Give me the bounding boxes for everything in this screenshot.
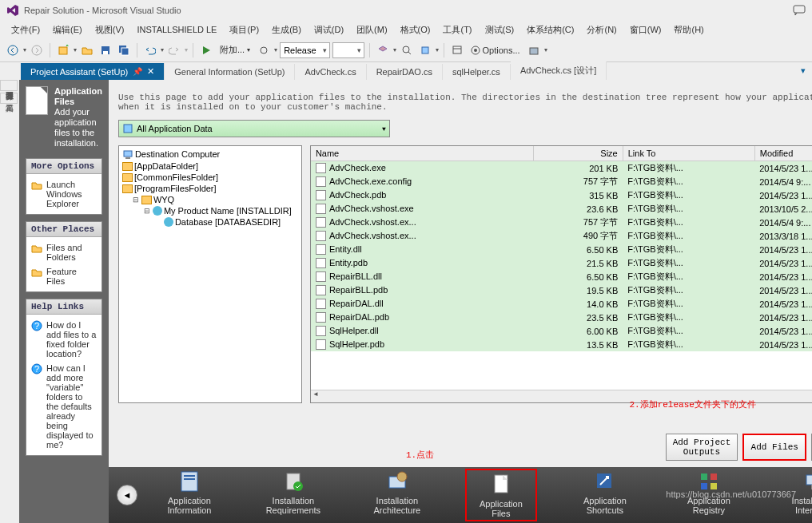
- tree-node[interactable]: ⊟My Product Name [INSTALLDIR]: [121, 205, 300, 216]
- document-tab[interactable]: General Information (SetUp): [165, 64, 295, 80]
- redo-button[interactable]: [166, 42, 182, 58]
- other-places-title: Other Places: [26, 222, 102, 237]
- file-icon: [316, 285, 326, 295]
- window-button[interactable]: [449, 42, 465, 58]
- close-icon[interactable]: ✕: [147, 66, 154, 77]
- server-explorer-tab[interactable]: 服务器资源管理器: [0, 80, 18, 91]
- column-header[interactable]: Name: [311, 146, 533, 161]
- expander-icon[interactable]: ⊟: [132, 196, 140, 204]
- menu-item[interactable]: 项目(P): [223, 22, 265, 38]
- forward-button[interactable]: [29, 42, 45, 58]
- annotation-1: 1.点击: [406, 449, 434, 461]
- file-list[interactable]: NameSizeLink ToModified AdvCheck.exe201 …: [310, 145, 812, 403]
- globe-icon: [164, 217, 173, 227]
- start-button[interactable]: [198, 42, 214, 58]
- document-tab[interactable]: RepairDAO.cs: [367, 64, 443, 80]
- menu-item[interactable]: 生成(B): [265, 22, 308, 38]
- destination-tree[interactable]: Destination Computer [AppDataFolder][Com…: [118, 145, 302, 403]
- menu-item[interactable]: 体系结构(C): [520, 22, 580, 38]
- nav-item[interactable]: Installation Architecture: [361, 469, 433, 521]
- layer-button[interactable]: [375, 42, 391, 58]
- feedback-icon[interactable]: [793, 5, 806, 16]
- file-row[interactable]: RepairBLL.dll6.50 KBF:\TGB资料\...2014/5/2…: [311, 270, 812, 283]
- menu-item[interactable]: INSTALLSHIELD LE: [130, 22, 223, 37]
- file-row[interactable]: Entity.pdb21.5 KBF:\TGB资料\...2014/5/23 1…: [311, 256, 812, 270]
- svg-rect-25: [184, 475, 195, 477]
- file-row[interactable]: AdvCheck.exe.config757 字节F:\TGB资料\...201…: [311, 175, 812, 188]
- file-row[interactable]: RepairDAL.dll14.0 KBF:\TGB资料\...2014/5/2…: [311, 297, 812, 311]
- tree-node[interactable]: ⊟WYQ: [121, 194, 300, 205]
- tree-node[interactable]: [AppDataFolder]: [121, 160, 300, 172]
- file-row[interactable]: AdvCheck.vshost.ex...757 字节F:\TGB资料\...2…: [311, 216, 812, 229]
- svg-rect-34: [710, 473, 717, 480]
- column-header[interactable]: Modified: [754, 146, 812, 161]
- menu-item[interactable]: 帮助(H): [667, 22, 710, 38]
- pin-icon[interactable]: 📌: [133, 67, 142, 76]
- nav-item[interactable]: Installation Requirements: [257, 469, 329, 521]
- file-row[interactable]: RepairDAL.pdb23.5 KBF:\TGB资料\...2014/5/2…: [311, 311, 812, 324]
- expander-icon[interactable]: ⊟: [143, 207, 151, 215]
- menu-item[interactable]: 文件(F): [5, 22, 46, 38]
- file-row[interactable]: SqlHelper.pdb13.5 KBF:\TGB资料\...2014/5/2…: [311, 338, 812, 351]
- toolbox-tab[interactable]: 工具箱: [0, 93, 18, 104]
- menu-item[interactable]: 视图(V): [89, 22, 131, 38]
- tree-node[interactable]: [CommonFilesFolder]: [121, 172, 300, 183]
- folder-icon: [122, 184, 133, 193]
- menu-item[interactable]: 工具(T): [436, 22, 478, 38]
- panel-item[interactable]: ?How can I add more "variable" folders t…: [31, 361, 97, 452]
- tree-root[interactable]: Destination Computer: [121, 148, 300, 160]
- app-data-dropdown[interactable]: All Application Data: [118, 120, 390, 137]
- tree-node[interactable]: [ProgramFilesFolder]: [121, 183, 300, 194]
- svg-rect-21: [124, 125, 132, 133]
- svg-rect-31: [495, 475, 508, 493]
- attach-button[interactable]: 附加... ▾: [217, 44, 253, 56]
- file-row[interactable]: AdvCheck.vshost.ex...490 字节F:\TGB资料\...2…: [311, 229, 812, 243]
- new-project-button[interactable]: *: [55, 42, 71, 58]
- panel-item[interactable]: Launch Windows Explorer: [31, 177, 97, 211]
- open-button[interactable]: [79, 42, 95, 58]
- menu-item[interactable]: 格式(O): [394, 22, 437, 38]
- file-row[interactable]: SqlHelper.dll6.00 KBF:\TGB资料\...2014/5/2…: [311, 324, 812, 338]
- panel-item[interactable]: Files and Folders: [31, 240, 97, 264]
- build-button[interactable]: [526, 42, 542, 58]
- find-button[interactable]: [399, 42, 415, 58]
- platform-combo[interactable]: [332, 42, 364, 58]
- folder-icon: [122, 162, 133, 171]
- column-header[interactable]: Size: [533, 146, 623, 161]
- add-files-button[interactable]: Add Files: [742, 434, 806, 461]
- back-button[interactable]: [5, 42, 21, 58]
- config-combo[interactable]: Release: [280, 42, 329, 58]
- panel-item[interactable]: ?How do I add files to a fixed folder lo…: [31, 318, 97, 361]
- document-tab[interactable]: AdvCheck.cs: [295, 64, 366, 80]
- svg-rect-12: [453, 46, 461, 53]
- document-tab[interactable]: Project Assistant (SetUp)📌✕: [21, 63, 165, 80]
- nav-prev-button[interactable]: ◄: [117, 485, 137, 505]
- stop-button[interactable]: [256, 42, 272, 58]
- save-button[interactable]: [98, 42, 113, 58]
- file-row[interactable]: AdvCheck.pdb315 KBF:\TGB资料\...2014/5/23 …: [311, 188, 812, 202]
- file-row[interactable]: RepairBLL.pdb19.5 KBF:\TGB资料\...2014/5/2…: [311, 283, 812, 297]
- nav-icon: [177, 469, 202, 494]
- menu-item[interactable]: 调试(D): [308, 22, 350, 38]
- file-row[interactable]: AdvCheck.vshost.exe23.6 KBF:\TGB资料\...20…: [311, 202, 812, 216]
- file-row[interactable]: AdvCheck.exe201 KBF:\TGB资料\...2014/5/23 …: [311, 161, 812, 176]
- file-row[interactable]: Entity.dll6.50 KBF:\TGB资料\...2014/5/23 1…: [311, 243, 812, 256]
- document-tab[interactable]: sqlHelper.cs: [443, 64, 511, 80]
- document-tab[interactable]: AdvCheck.cs [设计]: [511, 61, 607, 80]
- nav-item[interactable]: Application Files: [465, 469, 537, 521]
- column-header[interactable]: Link To: [623, 146, 754, 161]
- panel-item[interactable]: Feature Files: [31, 264, 97, 288]
- menu-item[interactable]: 团队(M): [350, 22, 394, 38]
- menu-item[interactable]: 编辑(E): [46, 22, 89, 38]
- nav-item[interactable]: Application Information: [153, 469, 225, 521]
- save-all-button[interactable]: [116, 42, 132, 58]
- undo-button[interactable]: [142, 42, 158, 58]
- options-button[interactable]: Options...: [468, 46, 523, 55]
- menu-item[interactable]: 窗口(W): [623, 22, 668, 38]
- add-project-outputs-button[interactable]: Add Project Outputs: [666, 434, 738, 461]
- tree-node[interactable]: Database [DATABASEDIR]: [121, 216, 300, 228]
- nav-item[interactable]: Application Shortcuts: [569, 469, 641, 521]
- menu-item[interactable]: 分析(N): [580, 22, 623, 38]
- class-view-button[interactable]: [417, 42, 433, 58]
- menu-item[interactable]: 测试(S): [479, 22, 521, 38]
